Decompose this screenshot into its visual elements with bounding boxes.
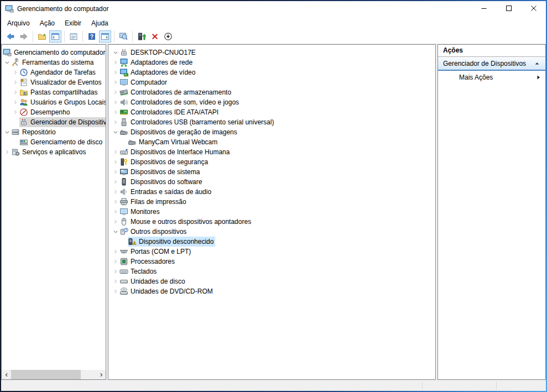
show-hide-console-tree-button[interactable] [49, 30, 61, 43]
chevron-collapsed-icon[interactable] [111, 178, 119, 186]
tree-item-dispositivos-de-seguranca[interactable]: Dispositivos de segurança [108, 157, 435, 167]
tree-item-unidades-de-disco[interactable]: Unidades de disco [108, 276, 435, 286]
tree-item-usuarios-e-grupos-locais[interactable]: Usuários e Grupos Locais [2, 97, 106, 107]
tree-item-processadores[interactable]: Processadores [108, 257, 435, 266]
tree-item-pastas-compartilhadas[interactable]: Pastas compartilhadas [2, 87, 106, 97]
chevron-expanded-icon[interactable] [3, 59, 11, 67]
chevron-collapsed-icon[interactable] [111, 278, 119, 286]
tree-item-gerenciador-de-dispositivos[interactable]: Gerenciador de Dispositivos [2, 117, 106, 127]
tree-item-monitores[interactable]: Monitores [108, 207, 435, 217]
tree-item-controladores-ide-ata-atapi[interactable]: Controladores IDE ATA/ATAPI [108, 107, 435, 117]
chevron-collapsed-icon[interactable] [111, 198, 119, 206]
close-button[interactable] [521, 1, 546, 17]
chevron-collapsed-icon[interactable] [111, 79, 119, 87]
chevron-collapsed-icon[interactable] [11, 79, 19, 87]
disable-device-button[interactable] [162, 30, 174, 43]
video-adapter-icon [119, 68, 128, 77]
tree-item-visualizador-de-eventos[interactable]: Visualizador de Eventos [2, 77, 106, 87]
tree-item-dispositivos-de-geracao-de-imagens[interactable]: Dispositivos de geração de imagens [108, 127, 435, 137]
tree-item-dispositivos-de-interface-humana[interactable]: Dispositivos de Interface Humana [108, 147, 435, 157]
tree-item-filas-de-impressao[interactable]: Filas de impressão [108, 197, 435, 207]
uninstall-device-button[interactable] [149, 30, 161, 43]
chevron-collapsed-icon[interactable] [111, 108, 119, 117]
chevron-collapsed-icon[interactable] [3, 148, 11, 156]
chevron-collapsed-icon[interactable] [111, 218, 119, 226]
chevron-collapsed-icon[interactable] [111, 268, 119, 276]
dvd-drive-icon [119, 287, 128, 296]
menu-item-acao[interactable]: Ação [35, 18, 60, 29]
chevron-collapsed-icon[interactable] [111, 168, 119, 176]
chevron-collapsed-icon[interactable] [111, 88, 119, 97]
tree-item-label: Unidades de DVD/CD-ROM [131, 287, 215, 296]
more-actions-item[interactable]: Mais Ações [438, 71, 545, 83]
properties-button[interactable] [67, 30, 80, 43]
tree-item-ferramentas-do-sistema[interactable]: Ferramentas do sistema [2, 58, 106, 67]
maximize-button[interactable] [496, 1, 521, 17]
tree-item-desempenho[interactable]: Desempenho [2, 107, 106, 117]
scan-hardware-changes-button[interactable] [117, 30, 129, 43]
tree-item-teclados[interactable]: Teclados [108, 266, 435, 276]
chevron-collapsed-icon[interactable] [111, 69, 119, 77]
chevron-collapsed-icon[interactable] [11, 69, 19, 77]
titlebar[interactable]: Gerenciamento do computador [1, 1, 546, 17]
chevron-collapsed-icon[interactable] [111, 188, 119, 196]
chevron-expanded-icon[interactable] [3, 128, 11, 137]
chevron-collapsed-icon[interactable] [11, 98, 19, 107]
chevron-collapsed-icon[interactable] [111, 59, 119, 67]
chevron-expanded-icon[interactable] [111, 49, 119, 57]
tree-item-dispositivo-desconhecido[interactable]: Dispositivo desconhecido [108, 237, 435, 247]
actions-section-header[interactable]: Gerenciador de Dispositivos [438, 57, 545, 71]
back-button[interactable] [4, 30, 17, 43]
tree-item-controladores-de-som-video-e-jogos[interactable]: Controladores de som, vídeo e jogos [108, 97, 435, 107]
chevron-expanded-icon[interactable] [111, 128, 119, 137]
tree-item-agendador-de-tarefas[interactable]: Agendador de Tarefas [2, 67, 106, 77]
tree-item-dispositivos-do-software[interactable]: Dispositivos do software [108, 177, 435, 187]
chevron-collapsed-icon[interactable] [111, 258, 119, 266]
tree-item-label: Dispositivos do software [131, 177, 204, 186]
tree-item-dispositivos-de-sistema[interactable]: Dispositivos de sistema [108, 167, 435, 177]
up-one-level-button[interactable] [36, 30, 48, 43]
tree-item-label: Visualizador de Eventos [30, 78, 103, 87]
tree-item-entradas-e-saidas-de-audio[interactable]: Entradas e saídas de áudio [108, 187, 435, 197]
chevron-collapsed-icon[interactable] [111, 248, 119, 256]
menu-item-arquivo[interactable]: Arquivo [2, 18, 35, 29]
chevron-collapsed-icon[interactable] [111, 288, 119, 296]
scroll-right-button[interactable] [96, 370, 106, 379]
chevron-collapsed-icon[interactable] [111, 118, 119, 127]
menu-item-exibir[interactable]: Exibir [60, 18, 86, 29]
tree-item-adaptadores-de-rede[interactable]: Adaptadores de rede [108, 58, 435, 67]
chevron-collapsed-icon[interactable] [11, 88, 19, 97]
tree-item-computador[interactable]: Computador [108, 77, 435, 87]
forward-button[interactable] [18, 30, 30, 43]
tree-item-controladores-de-armazenamento[interactable]: Controladores de armazenamento [108, 87, 435, 97]
help-button[interactable]: ? [86, 30, 98, 43]
tree-item-outros-dispositivos[interactable]: ?Outros dispositivos [108, 227, 435, 237]
menu-item-ajuda[interactable]: Ajuda [86, 18, 113, 29]
tree-item-portas-com-e-lpt[interactable]: Portas (COM e LPT) [108, 247, 435, 257]
tree-item-manycam-virtual-webcam[interactable]: ManyCam Virtual Webcam [108, 137, 435, 147]
status-bar [1, 380, 546, 391]
tree-item-desktop-cnuo17e[interactable]: DESKTOP-CNUO17E [108, 48, 435, 58]
tree-item-unidades-de-dvd-cd-rom[interactable]: Unidades de DVD/CD-ROM [108, 286, 435, 296]
update-driver-button[interactable] [136, 30, 148, 43]
show-hide-action-pane-button[interactable] [99, 30, 111, 43]
tree-item-controladores-usb-barramento-serial-universal[interactable]: Controladores USB (barramento serial uni… [108, 117, 435, 127]
tree-item-mouse-e-outros-dispositivos-apontadores[interactable]: Mouse e outros dispositivos apontadores [108, 217, 435, 227]
tree-item-adaptadores-de-video[interactable]: Adaptadores de vídeo [108, 67, 435, 77]
chevron-collapsed-icon[interactable] [111, 208, 119, 216]
tree-item-repositorio[interactable]: Repositório [2, 127, 106, 137]
chevron-expanded-icon[interactable] [111, 228, 119, 236]
horizontal-scrollbar[interactable] [2, 370, 106, 379]
chevron-collapsed-icon[interactable] [111, 148, 119, 156]
tree-item-label: Agendador de Tarefas [30, 68, 97, 77]
collapse-section-icon[interactable] [534, 60, 540, 67]
tree-item-gerenciamento-de-disco[interactable]: Gerenciamento de disco [2, 137, 106, 147]
tree-item-servicos-e-aplicativos[interactable]: Serviços e aplicativos [2, 147, 106, 157]
scrollbar-thumb[interactable] [11, 370, 81, 379]
tree-item-gerenciamento-do-computador[interactable]: Gerenciamento do computador [2, 48, 106, 58]
chevron-collapsed-icon[interactable] [111, 98, 119, 107]
chevron-collapsed-icon[interactable] [11, 108, 19, 117]
minimize-button[interactable] [471, 1, 496, 17]
chevron-collapsed-icon[interactable] [111, 158, 119, 166]
scroll-left-button[interactable] [2, 370, 11, 379]
